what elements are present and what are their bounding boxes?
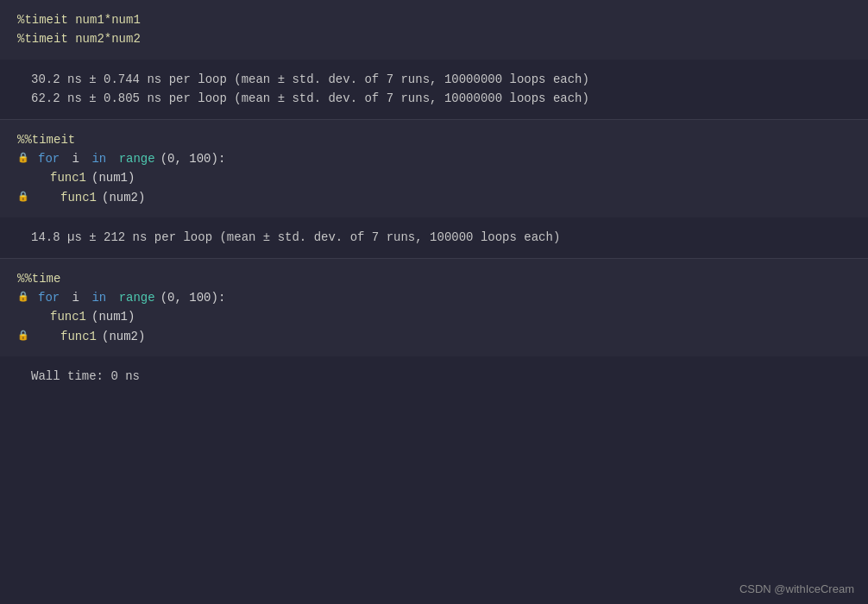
cell-3: %%time 🔒 for i in range (0, 100): func1 … (0, 259, 868, 604)
code-line: func1 (num1) (17, 307, 854, 326)
loop-var: i (65, 149, 86, 168)
code-line: func1 (num1) (17, 168, 854, 187)
cell-2-output: 14.8 µs ± 212 ns per loop (mean ± std. d… (0, 217, 868, 257)
range-args: (0, 100): (160, 149, 226, 168)
code-line: 🔒 for i in range (0, 100): (17, 288, 854, 307)
cell-2: %%timeit 🔒 for i in range (0, 100): func… (0, 120, 868, 259)
lock-icon: 🔒 (17, 290, 29, 305)
magic-command: %%timeit (17, 130, 75, 149)
for-keyword: for (38, 288, 60, 307)
notebook: %timeit num1*num1 %timeit num2*num2 30.2… (0, 0, 868, 604)
code-line: %timeit num1*num1 (17, 10, 854, 29)
magic-command: %%time (17, 269, 60, 288)
func-args: (num2) (102, 188, 145, 207)
range-args: (0, 100): (160, 288, 226, 307)
magic-command: %timeit num2*num2 (17, 29, 141, 48)
func-call: func1 (60, 188, 97, 207)
func-call: func1 (50, 307, 86, 326)
cell-1-output: 30.2 ns ± 0.744 ns per loop (mean ± std.… (0, 60, 868, 119)
code-line: %%time (17, 269, 854, 288)
output-line: 14.8 µs ± 212 ns per loop (mean ± std. d… (31, 228, 837, 247)
lock-icon: 🔒 (17, 329, 29, 344)
lock-icon: 🔒 (17, 151, 29, 167)
output-line: 62.2 ns ± 0.805 ns per loop (mean ± std.… (31, 89, 837, 108)
code-line: 🔒 func1 (num2) (17, 188, 854, 207)
code-line: 🔒 for i in range (0, 100): (17, 149, 854, 168)
for-keyword: for (38, 149, 60, 168)
func-call: func1 (60, 327, 97, 346)
cell-3-output: Wall time: 0 ns (0, 356, 868, 604)
code-line: %timeit num2*num2 (17, 29, 854, 48)
lock-icon: 🔒 (17, 190, 29, 205)
watermark: CSDN @withIceCream (739, 582, 854, 595)
range-func: range (111, 288, 154, 307)
loop-var: i (65, 288, 86, 307)
output-line: Wall time: 0 ns (31, 367, 837, 386)
cell-1-input: %timeit num1*num1 %timeit num2*num2 (0, 0, 868, 60)
func-call: func1 (50, 168, 86, 187)
cell-1: %timeit num1*num1 %timeit num2*num2 30.2… (0, 0, 868, 120)
cell-3-input: %%time 🔒 for i in range (0, 100): func1 … (0, 259, 868, 357)
code-line: %%timeit (17, 130, 854, 149)
magic-command: %timeit num1*num1 (17, 10, 141, 29)
output-line: 30.2 ns ± 0.744 ns per loop (mean ± std.… (31, 70, 837, 89)
code-line: 🔒 func1 (num2) (17, 327, 854, 346)
cell-2-input: %%timeit 🔒 for i in range (0, 100): func… (0, 120, 868, 218)
in-keyword: in (91, 288, 106, 307)
func-args: (num1) (91, 307, 135, 326)
func-args: (num2) (102, 327, 145, 346)
range-func: range (111, 149, 154, 168)
in-keyword: in (91, 149, 106, 168)
func-args: (num1) (91, 168, 135, 187)
